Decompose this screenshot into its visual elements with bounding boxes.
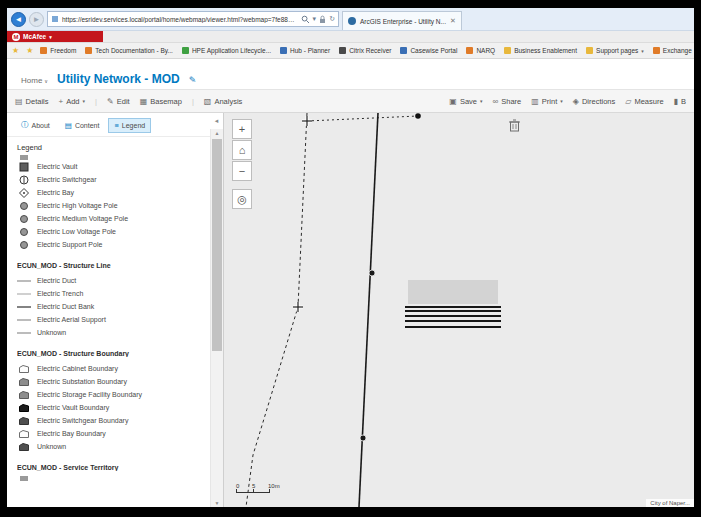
forward-icon: ► (33, 15, 41, 24)
directions-button[interactable]: ◈Directions (573, 97, 616, 106)
locate-button[interactable]: ◎ (232, 189, 252, 209)
favorite-label: HPE Application Lifecycle... (192, 47, 271, 54)
favorite-item[interactable]: Freedom (40, 47, 76, 54)
search-caret-icon[interactable]: ▾ (313, 15, 317, 23)
legend-item: Electric Duct Bank (17, 300, 206, 313)
page-icon (51, 15, 59, 23)
lock-icon (319, 15, 326, 24)
edit-button[interactable]: ✎Edit (107, 97, 130, 106)
legend-item: Electric Trench (17, 287, 206, 300)
scroll-down-icon[interactable]: ▼ (211, 500, 223, 506)
search-icon[interactable] (301, 15, 310, 24)
zoom-out-button[interactable]: − (232, 161, 252, 181)
poly-outline-icon (17, 429, 31, 439)
line-light-icon (17, 289, 31, 299)
home-extent-button[interactable]: ⌂ (232, 140, 252, 160)
panel-tabs: ⓘAbout▤Content≡Legend (7, 113, 210, 137)
measure-button[interactable]: ▱Measure (625, 97, 663, 106)
screenshot-frame: ◄ ► https://esridev.services.local/porta… (0, 0, 701, 517)
url-text: https://esridev.services.local/portal/ho… (62, 16, 298, 23)
favicon-icon (400, 47, 407, 54)
legend-item: Electric Vault Boundary (17, 401, 206, 414)
favicon-icon (85, 47, 92, 54)
pole-icon (17, 214, 31, 224)
measure-icon: ▱ (625, 97, 631, 106)
tab-title: ArcGIS Enterprise - Utility N... (360, 18, 446, 25)
scale-label: 10m (268, 483, 284, 489)
favorite-label: Business Enablement (514, 47, 577, 54)
clipped-icon (17, 155, 31, 160)
switchgear-icon (17, 175, 31, 185)
favorite-item[interactable]: Casewise Portal (400, 47, 457, 54)
mcafee-toolbar: M McAfee ▾ (7, 31, 694, 43)
panel-collapse-button[interactable]: ◂ (210, 113, 223, 129)
print-button-label: Print (542, 97, 557, 106)
legend-item-label: Electric Storage Facility Boundary (37, 391, 142, 398)
legend-item: Electric Medium Voltage Pole (17, 212, 206, 225)
browser-back-button[interactable]: ◄ (11, 12, 26, 27)
pole-icon (17, 240, 31, 250)
toolbar-right-group: ▣Save▾∞Share▥Print▾◈Directions▱Measure▮B (449, 97, 686, 106)
favorite-label: Exchange (663, 47, 692, 54)
tab-close-icon[interactable]: ✕ (450, 17, 456, 25)
tab-legend[interactable]: ≡Legend (108, 118, 151, 133)
solid-electric-line (359, 113, 378, 507)
browser-forward-button[interactable]: ► (29, 12, 44, 27)
analysis-button[interactable]: ▧Analysis (204, 97, 243, 106)
address-bar[interactable]: https://esridev.services.local/portal/ho… (47, 11, 339, 27)
favorite-item[interactable]: Support pages▾ (586, 47, 644, 54)
favorite-item[interactable]: HPE Application Lifecycle... (182, 47, 271, 54)
print-button[interactable]: ▥Print▾ (531, 97, 563, 106)
map-toolbar: ▤Details+Add▾|✎Edit▦Basemap|▧Analysis ▣S… (7, 89, 694, 113)
legend-item-label: Electric Bay (37, 189, 74, 196)
favorites-star2-icon[interactable]: ★ (26, 46, 33, 55)
poly-black-icon (17, 403, 31, 413)
scroll-up-icon[interactable]: ▲ (211, 130, 223, 136)
edit-title-icon[interactable]: ✎ (189, 75, 197, 85)
favorite-item[interactable]: NARQ (466, 47, 495, 54)
hatch-lines-thin (408, 281, 498, 303)
panel-scrollbar[interactable]: ▲ ▼ (210, 129, 223, 507)
favorite-item[interactable]: Business Enablement (504, 47, 577, 54)
details-icon: ▤ (15, 97, 23, 106)
details-button-label: Details (26, 97, 49, 106)
vertex-cross-icon (293, 302, 303, 312)
details-button[interactable]: ▤Details (15, 97, 49, 106)
legend-section-title: ECUN_MOD - Structure Line (17, 262, 206, 269)
basemap-button-label: Basemap (150, 97, 182, 106)
analysis-button-label: Analysis (214, 97, 242, 106)
favorite-item[interactable]: Hub - Planner (280, 47, 330, 54)
bookmark-icon: ▮ (674, 97, 678, 106)
bookmarks-button[interactable]: ▮B (674, 97, 686, 106)
legend-item (17, 476, 206, 481)
bookmarks-button-label: B (681, 97, 686, 106)
zoom-in-button[interactable]: + (232, 119, 252, 139)
poly-gray-icon (17, 390, 31, 400)
add-icon: + (59, 97, 64, 106)
browser-tab[interactable]: ArcGIS Enterprise - Utility N... ✕ (342, 11, 462, 30)
basemap-button[interactable]: ▦Basemap (140, 97, 182, 106)
legend-item: Electric Switchgear (17, 173, 206, 186)
tab-about[interactable]: ⓘAbout (15, 117, 56, 133)
mcafee-label: McAfee (23, 33, 46, 40)
share-button[interactable]: ∞Share (493, 97, 522, 106)
favorite-item[interactable]: Exchange (653, 47, 692, 54)
refresh-icon[interactable]: ↻ (329, 15, 335, 23)
breadcrumb-home[interactable]: Home ∨ (21, 76, 48, 85)
favorite-item[interactable]: Tech Documentation - By... (85, 47, 173, 54)
tab-content[interactable]: ▤Content (59, 118, 106, 133)
directions-button-label: Directions (582, 97, 615, 106)
trash-icon[interactable] (509, 120, 520, 131)
add-button[interactable]: +Add▾ (59, 97, 86, 106)
mcafee-menu[interactable]: M McAfee ▾ (7, 31, 103, 42)
toolbar-left-group: ▤Details+Add▾|✎Edit▦Basemap|▧Analysis (15, 97, 242, 106)
favorites-star-icon[interactable]: ★ (12, 46, 19, 55)
print-icon: ▥ (531, 97, 539, 106)
save-button[interactable]: ▣Save▾ (449, 97, 482, 106)
scrollbar-thumb[interactable] (212, 139, 222, 351)
toolbar-separator: | (192, 97, 194, 106)
favicon-icon (280, 47, 287, 54)
map-canvas[interactable]: + ⌂ − ◎ 0 5 10m City of Naper... (224, 113, 694, 507)
favorite-item[interactable]: Citrix Receiver (339, 47, 391, 54)
page-header: Home ∨ Utility Network - MOD ✎ (7, 59, 694, 89)
